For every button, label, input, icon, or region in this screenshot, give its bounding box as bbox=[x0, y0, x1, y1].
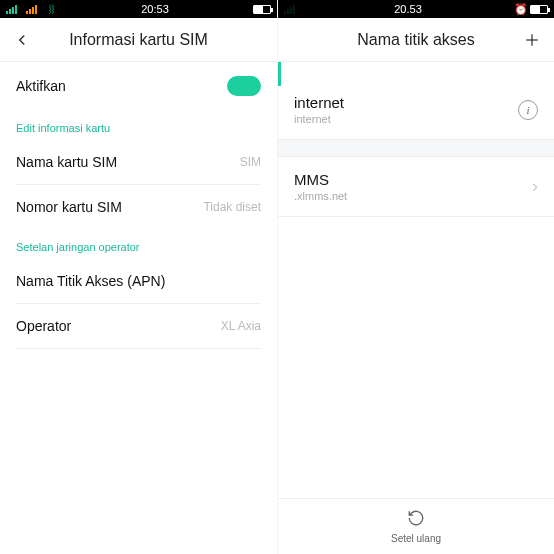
signal-sim1-icon bbox=[284, 4, 302, 14]
header: Nama titik akses bbox=[278, 18, 554, 62]
enable-label: Aktifkan bbox=[16, 78, 66, 94]
row-sim-number[interactable]: Nomor kartu SIM Tidak diset bbox=[0, 185, 277, 229]
chevron-left-icon bbox=[13, 31, 31, 49]
header: Informasi kartu SIM bbox=[0, 18, 277, 62]
apn-item-internet[interactable]: internet internet i bbox=[278, 80, 554, 139]
apn-name: MMS bbox=[294, 171, 347, 188]
sim-number-label: Nomor kartu SIM bbox=[16, 199, 122, 215]
signal-sim1-icon bbox=[6, 4, 24, 14]
row-operator[interactable]: Operator XL Axia bbox=[0, 304, 277, 348]
sim-number-value: Tidak diset bbox=[203, 200, 261, 214]
spacer bbox=[278, 139, 554, 157]
signal-sim2-icon bbox=[26, 4, 44, 14]
status-time: 20:53 bbox=[141, 3, 169, 15]
screen-sim-info: ⧚ 20:53 Informasi kartu SIM Aktifkan Edi… bbox=[0, 0, 277, 554]
status-bar: ⧚ 20:53 bbox=[0, 0, 277, 18]
plus-icon bbox=[522, 30, 542, 50]
sim-name-value: SIM bbox=[240, 155, 261, 169]
row-apn[interactable]: Nama Titik Akses (APN) bbox=[0, 259, 277, 303]
page-title: Nama titik akses bbox=[357, 31, 474, 49]
operator-label: Operator bbox=[16, 318, 71, 334]
apn-item-mms[interactable]: MMS .xlmms.net › bbox=[278, 157, 554, 216]
empty-area bbox=[278, 217, 554, 498]
add-apn-button[interactable] bbox=[510, 18, 554, 62]
empty-area bbox=[0, 349, 277, 554]
edge-indicator bbox=[278, 62, 281, 86]
apn-label: Nama Titik Akses (APN) bbox=[16, 273, 165, 289]
chevron-right-icon: › bbox=[532, 176, 538, 197]
battery-icon bbox=[253, 5, 271, 14]
screen-apn-list: 20.53 ⏰ Nama titik akses internet intern… bbox=[277, 0, 554, 554]
apn-value: .xlmms.net bbox=[294, 190, 347, 202]
footer-reset-button[interactable]: Setel ulang bbox=[278, 498, 554, 554]
section-edit-info: Edit informasi kartu bbox=[0, 110, 277, 140]
reset-label: Setel ulang bbox=[391, 533, 441, 544]
reset-icon bbox=[407, 509, 425, 531]
operator-value: XL Axia bbox=[221, 319, 261, 333]
section-network: Setelan jaringan operator bbox=[0, 229, 277, 259]
battery-icon bbox=[530, 5, 548, 14]
apn-value: internet bbox=[294, 113, 344, 125]
spacer bbox=[278, 62, 554, 80]
page-title: Informasi kartu SIM bbox=[69, 31, 208, 49]
sim-name-label: Nama kartu SIM bbox=[16, 154, 117, 170]
wifi-icon: ⧚ bbox=[46, 4, 57, 15]
back-button[interactable] bbox=[0, 18, 44, 62]
info-icon[interactable]: i bbox=[518, 100, 538, 120]
apn-name: internet bbox=[294, 94, 344, 111]
enable-toggle[interactable] bbox=[227, 76, 261, 96]
row-sim-name[interactable]: Nama kartu SIM SIM bbox=[0, 140, 277, 184]
alarm-icon: ⏰ bbox=[514, 3, 528, 16]
status-bar: 20.53 ⏰ bbox=[278, 0, 554, 18]
row-enable[interactable]: Aktifkan bbox=[0, 62, 277, 110]
status-time: 20.53 bbox=[394, 3, 422, 15]
